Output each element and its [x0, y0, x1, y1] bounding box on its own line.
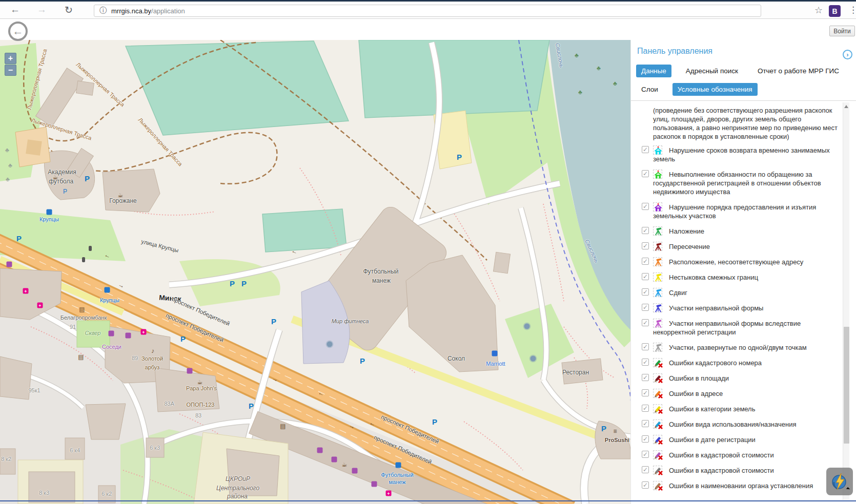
- survey-icon: [653, 226, 662, 236]
- legend-item-label: Нестыковка смежных границ: [669, 274, 758, 281]
- pen-icon: [653, 481, 662, 490]
- legend-item-label: Ошибки в дате регистрации: [669, 436, 756, 444]
- browser-extension-icon[interactable]: B: [829, 5, 841, 17]
- tab-report[interactable]: Отчет о работе МРР ГИС: [752, 65, 844, 77]
- pen-icon: [653, 466, 662, 475]
- page-info-icon[interactable]: ⓘ: [99, 6, 107, 15]
- legend-item-label: Участки неправильной формы: [669, 304, 763, 312]
- legend-item: ✓ Ошибки в кадастровой стоимости: [631, 466, 839, 475]
- panel-title: Панель управления: [637, 47, 712, 56]
- pen-icon: [653, 419, 662, 429]
- lightning-icon: [830, 472, 849, 491]
- legend-checkbox[interactable]: ✓: [642, 242, 649, 249]
- legend-checkbox[interactable]: ✓: [642, 481, 649, 489]
- legend-checkbox[interactable]: ✓: [642, 170, 649, 177]
- subtab-legend[interactable]: Условные обозначения: [672, 83, 758, 96]
- scrollbar-thumb[interactable]: [844, 327, 849, 444]
- house-icon: [653, 145, 662, 155]
- legend-item: ✓ Ошибки в площади: [631, 373, 839, 383]
- legend-item-label: Ошибки кадастрового номера: [669, 359, 762, 367]
- control-panel: Панель управления › Данные Адресный поис…: [630, 40, 856, 504]
- legend-item: ✓ Нестыковка смежных границ: [631, 272, 839, 282]
- url-host: mrrgis.nca.by: [111, 7, 151, 15]
- survey-icon: [653, 272, 662, 282]
- survey-icon: [653, 242, 662, 251]
- legend-item: ✓ Ошибки вида использования/назначения: [631, 419, 839, 429]
- house-icon: [653, 202, 662, 212]
- legend-item: ✓ Расположение, несоответствующее адресу: [631, 257, 839, 266]
- legend-checkbox[interactable]: ✓: [642, 374, 649, 381]
- browser-menu-icon[interactable]: ⋮: [849, 5, 856, 15]
- pen-icon: [653, 450, 662, 459]
- legend-item: ✓ Пересечение: [631, 242, 839, 251]
- legend-checkbox[interactable]: ✓: [642, 420, 649, 427]
- legend-checkbox[interactable]: ✓: [642, 435, 649, 443]
- legend-checkbox[interactable]: ✓: [642, 451, 649, 458]
- legend-item-label: Ошибки в категории земель: [669, 405, 755, 413]
- login-button[interactable]: Войти: [829, 26, 855, 36]
- legend-item-label: Ошибки в наименовании органа установлени…: [669, 482, 813, 490]
- legend-item: ✓ Нарушение порядка предоставления и изъ…: [631, 202, 839, 220]
- panel-collapse-icon[interactable]: ›: [843, 50, 852, 59]
- house-icon: [653, 170, 662, 179]
- legend-item-label: Нарушение порядка предоставления и изъят…: [653, 203, 816, 220]
- tab-address-search[interactable]: Адресный поиск: [681, 65, 743, 77]
- legend-checkbox[interactable]: ✓: [642, 359, 649, 366]
- page-bottom-divider: [0, 500, 856, 501]
- tab-dannye[interactable]: Данные: [636, 65, 671, 77]
- legend-item: ✓ Наложение: [631, 226, 839, 236]
- legend-item: ✓ Ошибки в наименовании органа установле…: [631, 481, 839, 490]
- legend-item: ✓ Невыполнение обязанности по обращению …: [631, 170, 839, 196]
- browser-reload-icon[interactable]: ↻: [65, 4, 73, 16]
- legend-checkbox[interactable]: ✓: [642, 227, 649, 234]
- legend-checkbox[interactable]: ✓: [642, 273, 649, 280]
- legend-item-label: Невыполнение обязанности по обращению за…: [653, 171, 821, 196]
- legend-checkbox[interactable]: ✓: [642, 258, 649, 265]
- legend-checkbox[interactable]: ✓: [642, 203, 649, 210]
- app-back-button[interactable]: ←: [8, 22, 28, 41]
- scrollbar-up-icon[interactable]: [844, 105, 848, 108]
- legend-checkbox[interactable]: ✓: [642, 343, 649, 350]
- legend-item-label: Ошибки в кадастровой стоимости: [669, 451, 774, 459]
- legend-checkbox[interactable]: ✓: [642, 389, 649, 396]
- legend-item-label: Нарушение сроков возврата временно заним…: [653, 146, 830, 163]
- legend-list[interactable]: (проведение без соответствующего разреше…: [631, 100, 856, 504]
- legend-item: ✓ Нарушение сроков возврата временно зан…: [631, 145, 839, 163]
- panel-scrollbar[interactable]: [843, 102, 849, 500]
- map-canvas[interactable]: Лыжероллерная ТрассаЛыжероллерная Трасса…: [0, 40, 630, 504]
- survey-icon: [653, 288, 662, 297]
- legend-checkbox[interactable]: ✓: [642, 146, 649, 153]
- legend-item-label: Ошибки в площади: [669, 374, 729, 382]
- legend-item-label: Ошибки вида использования/назначения: [669, 421, 796, 428]
- map-zoom-out-button[interactable]: −: [5, 65, 16, 76]
- subtab-layers[interactable]: Слои: [636, 83, 663, 96]
- legend-item-label: Участки неправильной формы вследствие не…: [653, 320, 801, 336]
- legend-item-label: Наложение: [669, 227, 704, 235]
- legend-item: ✓ Участки, развернутые по одной/двум точ…: [631, 343, 839, 352]
- legend-checkbox[interactable]: ✓: [642, 405, 649, 412]
- legend-item: ✓ Участки неправильной формы вследствие …: [631, 319, 839, 337]
- legend-checkbox[interactable]: ✓: [642, 319, 649, 326]
- pen-icon: [653, 404, 662, 413]
- map-zoom-in-button[interactable]: +: [5, 53, 16, 64]
- legend-item-label: Пересечение: [669, 243, 710, 250]
- legend-item-label: Сдвиг: [669, 289, 687, 297]
- map-base-layer: [0, 40, 630, 504]
- bookmark-star-icon[interactable]: ☆: [814, 5, 823, 16]
- legend-item-label: Участки, развернутые по одной/двум точка…: [669, 344, 807, 351]
- address-bar[interactable]: ⓘ mrrgis.nca.by/application: [94, 5, 761, 17]
- pen-icon: [653, 358, 662, 367]
- quick-launch-widget[interactable]: [826, 468, 853, 495]
- browser-back-icon[interactable]: ←: [10, 4, 20, 15]
- pen-icon: [653, 435, 662, 444]
- panel-tabs: Данные Адресный поиск Отчет о работе МРР…: [636, 65, 844, 77]
- legend-item: ✓ Ошибки в кадастровой стоимости: [631, 450, 839, 459]
- legend-item: ✓ Ошибки в категории земель: [631, 404, 839, 413]
- legend-checkbox[interactable]: ✓: [642, 466, 649, 473]
- legend-item: ✓ Ошибки в дате регистрации: [631, 435, 839, 444]
- legend-checkbox[interactable]: ✓: [642, 288, 649, 296]
- legend-checkbox[interactable]: ✓: [642, 304, 649, 311]
- legend-item: ✓ Ошибки кадастрового номера: [631, 358, 839, 367]
- browser-forward-icon[interactable]: →: [37, 4, 47, 15]
- legend-item-label: Расположение, несоответствующее адресу: [669, 258, 803, 266]
